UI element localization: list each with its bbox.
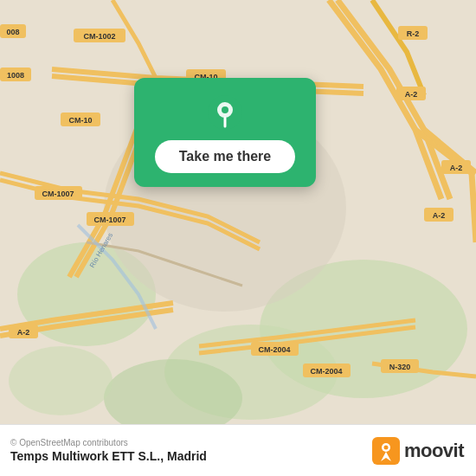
svg-text:CM-1007: CM-1007 xyxy=(42,190,74,198)
location-name: Temps Multiwork ETT S.L., Madrid xyxy=(10,449,207,463)
svg-text:CM-1007: CM-1007 xyxy=(93,215,125,224)
svg-text:N-320: N-320 xyxy=(389,363,411,371)
svg-text:R-2: R-2 xyxy=(407,29,420,38)
svg-text:A-2: A-2 xyxy=(450,164,463,172)
osm-attribution: © OpenStreetMap contributors xyxy=(10,438,207,447)
bottom-bar: © OpenStreetMap contributors Temps Multi… xyxy=(0,424,476,476)
svg-text:CM-2004: CM-2004 xyxy=(310,367,342,376)
svg-text:A-2: A-2 xyxy=(433,211,446,220)
moovit-icon xyxy=(372,437,400,465)
svg-text:A-2: A-2 xyxy=(17,328,30,337)
svg-text:CM-10: CM-10 xyxy=(68,116,92,125)
take-me-there-button[interactable]: Take me there xyxy=(155,140,295,173)
svg-text:A-2: A-2 xyxy=(405,90,418,99)
bottom-left: © OpenStreetMap contributors Temps Multi… xyxy=(10,438,207,463)
svg-point-40 xyxy=(222,106,228,113)
svg-text:008: 008 xyxy=(6,28,19,36)
moovit-logo: moovit xyxy=(372,437,464,465)
svg-text:CM-1002: CM-1002 xyxy=(83,32,115,41)
svg-point-5 xyxy=(9,346,113,415)
svg-text:CM-2004: CM-2004 xyxy=(258,345,290,354)
map-container: CM-1002 CM-10 CM-10 CM-1007 CM-1007 A-2 … xyxy=(0,0,476,424)
location-card: Take me there xyxy=(134,78,316,187)
svg-point-43 xyxy=(383,445,388,449)
svg-text:1008: 1008 xyxy=(7,71,24,80)
moovit-text: moovit xyxy=(404,440,464,462)
location-pin-icon xyxy=(206,93,244,132)
